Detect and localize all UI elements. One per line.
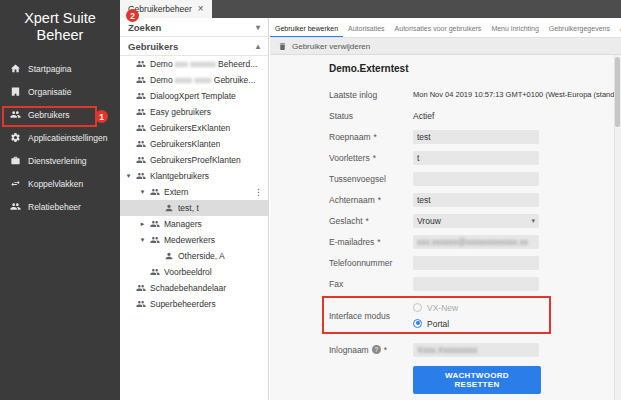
tab-autorisaties-voor-gebruikers[interactable]: Autorisaties voor gebruikers [390, 18, 487, 38]
close-icon[interactable]: × [198, 4, 204, 14]
tree-item-label: Demo xxx xxxxxx Beheerd... [150, 59, 257, 69]
field-status: Status Actief [329, 105, 541, 126]
radio-unchecked-icon[interactable] [413, 303, 422, 312]
radio-option-portal[interactable]: Portal [413, 317, 458, 330]
tree-item-test-t[interactable]: test, t [120, 200, 268, 216]
tree-item-label: GebruikersKlanten [150, 139, 220, 149]
achternaam-input[interactable] [413, 193, 539, 207]
sidebar-item-applicatieinstellingen[interactable]: Applicatieinstellingen [0, 126, 120, 149]
tree-item-label: Extern [164, 187, 189, 197]
panel-header-zoeken[interactable]: Zoeken ▾ [120, 18, 268, 37]
users-group-icon [136, 91, 146, 101]
reset-password-button[interactable]: WACHTWOORD RESETTEN [413, 366, 541, 394]
tree-item-label: test, t [178, 203, 199, 213]
sidebar-item-label: Organisatie [28, 87, 71, 97]
required-marker: * [384, 345, 387, 355]
caret-expanded-icon[interactable]: ▾ [139, 236, 146, 244]
users-group-icon [136, 59, 146, 69]
radio-option-vx-new[interactable]: VX-New [413, 301, 458, 314]
sidebar-item-organisatie[interactable]: Organisatie [0, 80, 120, 103]
tree-item-demo-gebruikers[interactable]: Demo xxxx xxxx Gebruike... [120, 72, 268, 88]
tree-item-otherside-a[interactable]: Otherside, A [120, 248, 268, 264]
tab-autorisaties[interactable]: Autorisaties [343, 18, 390, 38]
field-label: Status [329, 111, 413, 121]
chevron-up-icon: ▴ [256, 42, 260, 51]
annotation-circle-1: 1 [95, 110, 108, 123]
caret-expanded-icon[interactable]: ▾ [139, 188, 146, 196]
sidebar-item-relatiebeheer[interactable]: Relatiebeheer [0, 195, 120, 218]
tree-item-managers[interactable]: ▸ Managers [120, 216, 268, 232]
field-achternaam: Achternaam* [329, 189, 541, 210]
scrollbar-thumb[interactable] [615, 57, 620, 127]
tab-gebruikergegevens[interactable]: Gebruikergegevens [544, 18, 615, 38]
label-text: Geslacht [329, 216, 363, 226]
required-marker: * [377, 237, 380, 247]
delete-user-button[interactable]: Gebruiker verwijderen [292, 42, 370, 51]
users-group-icon [136, 107, 146, 117]
fax-input[interactable] [413, 277, 539, 291]
users-icon [10, 109, 21, 120]
tree-item-dialoogxpert-template[interactable]: DialoogXpert Template [120, 88, 268, 104]
tree-item-gebruikersproefklanten[interactable]: GebruikersProefKlanten [120, 152, 268, 168]
tree-item-schadebehandelaar[interactable]: Schadebehandelaar [120, 280, 268, 296]
users-group-icon [136, 171, 146, 181]
vertical-scrollbar[interactable] [614, 55, 621, 400]
required-marker: * [366, 216, 369, 226]
tree-item-demo-beheerders[interactable]: Demo xxx xxxxxx Beheerd... [120, 56, 268, 72]
tree-item-medewerkers[interactable]: ▾ Medewerkers [120, 232, 268, 248]
sidebar-item-startpagina[interactable]: Startpagina [0, 57, 120, 80]
trash-icon [278, 42, 287, 51]
tree-item-klantgebruikers[interactable]: ▾ Klantgebruikers [120, 168, 268, 184]
sidebar-item-label: Dienstverlening [28, 156, 87, 166]
kebab-menu-icon[interactable]: ⋮ [252, 187, 265, 197]
users-group-icon [150, 219, 160, 229]
field-roepnaam: Roepnaam* [329, 126, 541, 147]
tussenvoegsel-input[interactable] [413, 172, 539, 186]
field-laatste-inlog: Laatste inlog Mon Nov 04 2019 10:57:13 G… [329, 84, 541, 105]
field-interface-modus: Interface modus VX-New Portal [329, 301, 541, 330]
label-text: Voorletters [329, 153, 370, 163]
tree-item-gebruikersklanten[interactable]: GebruikersKlanten [120, 136, 268, 152]
tab-agenda-instellingen[interactable]: Agenda instellingen [615, 18, 621, 38]
radio-checked-icon[interactable] [413, 319, 422, 328]
tree-item-label: GebruikersProefKlanten [150, 155, 241, 165]
field-tussenvoegsel: Tussenvoegsel [329, 168, 541, 189]
voorletters-input[interactable] [413, 151, 539, 165]
sidebar-item-koppelvlakken[interactable]: Koppelvlakken [0, 172, 120, 195]
field-label: Interface modus [329, 301, 413, 330]
form-title: Demo.Externtest [329, 63, 541, 74]
radio-label: VX-New [427, 303, 458, 313]
settings-gear-icon [10, 132, 21, 143]
caret-collapsed-icon[interactable]: ▸ [139, 220, 146, 228]
telefoonnummer-input[interactable] [413, 256, 539, 270]
tree-item-gebruikersexklanten[interactable]: GebruikersExKlanten [120, 120, 268, 136]
emailadres-input[interactable]: xxx.xxxxxx@xxxxxxxxxxxx.xx [413, 235, 539, 249]
tab-menu-inrichting[interactable]: Menu inrichting [486, 18, 543, 38]
users-group-icon [136, 283, 146, 293]
tree-item-superbeheerders[interactable]: Superbeheerders [120, 296, 268, 312]
field-reset-password: WACHTWOORD RESETTEN [329, 366, 541, 394]
document-tabstrip: Gebruikerbeheer × [120, 0, 621, 18]
inlognaam-input[interactable]: Xxxx.Xxxxxxxxx [413, 343, 539, 357]
tree-item-easy-gebruikers[interactable]: Easy gebruikers [120, 104, 268, 120]
field-label: Laatste inlog [329, 90, 413, 100]
sidebar-menu: Startpagina Organisatie Gebruikers Appli… [0, 57, 120, 218]
geslacht-select[interactable]: Vrouw ▾ [413, 214, 539, 228]
help-icon[interactable]: ? [372, 345, 381, 354]
tree-item-label: DialoogXpert Template [150, 91, 236, 101]
roepnaam-input[interactable] [413, 130, 539, 144]
field-label: Inlognaam?* [329, 345, 413, 355]
tab-gebruiker-bewerken[interactable]: Gebruiker bewerken [270, 18, 343, 38]
sidebar-item-label: Koppelvlakken [28, 179, 83, 189]
sidebar-item-label: Gebruikers [28, 110, 70, 120]
caret-expanded-icon[interactable]: ▾ [125, 172, 132, 180]
users-group-icon [150, 267, 160, 277]
sidebar-item-label: Startpagina [28, 64, 71, 74]
panel-header-gebruikers[interactable]: Gebruikers ▴ [120, 37, 268, 56]
tree-item-label: Schadebehandelaar [150, 283, 226, 293]
sidebar-item-dienstverlening[interactable]: Dienstverlening [0, 149, 120, 172]
tree-item-label: GebruikersExKlanten [150, 123, 230, 133]
tree-item-extern[interactable]: ▾ Extern ⋮ [120, 184, 268, 200]
tree-item-voorbeeldrol[interactable]: Voorbeeldrol [120, 264, 268, 280]
field-telefoonnummer: Telefoonnummer [329, 252, 541, 273]
